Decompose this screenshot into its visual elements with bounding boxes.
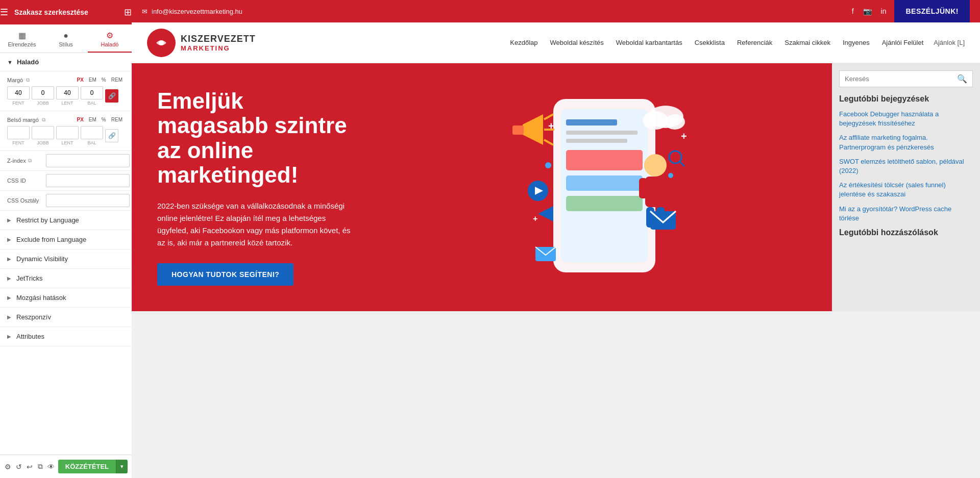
margin-link-icon[interactable]: 🔗 <box>105 89 118 103</box>
facebook-icon[interactable]: f <box>852 7 854 15</box>
search-icon[interactable]: 🔍 <box>957 74 967 84</box>
cssclass-label: CSS Osztály <box>7 197 43 204</box>
inner-margin-bal-input[interactable] <box>81 126 103 139</box>
hamburger-icon[interactable]: ☰ <box>0 7 8 18</box>
acc-arrow-restrict: ▶ <box>7 217 11 223</box>
accordion-mozgasi-hatasok[interactable]: ▶ Mozgási hatások <box>0 288 132 308</box>
halado-section-header[interactable]: ▼ Haladó <box>0 53 132 71</box>
accordion-reszponziv[interactable]: ▶ Reszponzív <box>0 308 132 327</box>
site-social-icons: f 📷 in <box>852 7 887 15</box>
inner-margin-lent-input[interactable] <box>56 126 79 139</box>
margin-fent-input[interactable] <box>7 86 30 99</box>
margin-jobb-input[interactable] <box>32 86 54 99</box>
acc-label-exclude: Exclude from Language <box>16 236 86 243</box>
inner-margin-fent-input[interactable] <box>7 126 30 139</box>
inner-margin-jobb-group: JOBB <box>32 126 54 145</box>
svg-rect-4 <box>566 119 617 125</box>
inner-unit-rem[interactable]: REM <box>109 116 125 123</box>
margin-bal-input[interactable] <box>81 86 103 99</box>
tab-halado[interactable]: ⚙ Haladó <box>88 24 132 53</box>
sidebar-post-3[interactable]: Az értékesítési tölcsér (sales funnel) j… <box>839 181 973 199</box>
unit-rem[interactable]: REM <box>109 77 125 83</box>
inner-margin-jobb-input[interactable] <box>32 126 54 139</box>
svg-point-15 <box>644 154 667 177</box>
svg-rect-16 <box>645 177 666 207</box>
acc-arrow-exclude: ▶ <box>7 237 11 242</box>
sidebar-post-0[interactable]: Facebook Debugger használata a bejegyzés… <box>839 110 973 128</box>
svg-rect-5 <box>566 131 638 135</box>
sidebar-post-2[interactable]: SWOT elemzés letölthető sablon, példával… <box>839 157 973 175</box>
nav-referenciak[interactable]: Referenciák <box>737 39 772 46</box>
margin-fent-label: FENT <box>12 100 24 106</box>
inner-margin-inputs: FENT JOBB LENT BAL 🔗 <box>7 126 125 145</box>
recent-comments-title: Legutóbbi hozzászólások <box>839 228 973 237</box>
publish-button[interactable]: KÖZZÉTÉTEL <box>58 460 116 473</box>
sidebar-post-4[interactable]: Mi az a gyorsítótár? WordPress cache tör… <box>839 205 973 223</box>
nav-szakmai-cikkek[interactable]: Szakmai cikkek <box>785 39 830 46</box>
ajanlok-link[interactable]: Ajánlok [L] <box>934 39 965 46</box>
bottom-icon-settings[interactable]: ⚙ <box>4 460 12 474</box>
publish-split-button[interactable]: ▾ <box>116 460 128 473</box>
margin-monitor-icon[interactable]: ⧉ <box>26 77 30 83</box>
nav-kezdolap[interactable]: Kezdőlap <box>510 39 537 46</box>
search-input[interactable] <box>845 75 954 83</box>
margin-unit-selector: PX EM % REM <box>75 77 125 83</box>
accordion-dynamic-visibility[interactable]: ▶ Dynamic Visibility <box>0 249 132 269</box>
nav-weboldal-karbantartas[interactable]: Weboldal karbantartás <box>616 39 682 46</box>
svg-rect-7 <box>566 150 643 170</box>
cssid-row: CSS ID ☰ <box>0 171 132 191</box>
tab-stilus[interactable]: ● Stílus <box>44 24 88 53</box>
logo-sub-text: MARKETING <box>181 44 256 52</box>
nav-weboldal-keszites[interactable]: Weboldal készítés <box>550 39 604 46</box>
hero-cta-button[interactable]: HOGYAN TUDTOK SEGÍTENI? <box>157 263 293 286</box>
svg-line-31 <box>680 162 684 166</box>
site-cta-button[interactable]: BESZÉLJÜNK! <box>894 0 970 22</box>
nav-ajanloi-felulet[interactable]: Ajánlói Felület <box>882 39 924 46</box>
inner-margin-fent-group: FENT <box>7 126 30 145</box>
unit-em[interactable]: EM <box>87 77 99 83</box>
bottom-bar: ⚙ ↺ ↩ ⧉ 👁 KÖZZÉTÉTEL ▾ <box>0 455 132 478</box>
tab-halado-label: Haladó <box>101 41 119 47</box>
svg-line-14 <box>544 140 553 145</box>
svg-rect-9 <box>566 196 643 211</box>
logo-icon <box>147 29 176 57</box>
cssid-input[interactable] <box>46 174 130 187</box>
nav-csekklista[interactable]: Csekklista <box>695 39 725 46</box>
tab-stilus-label: Stílus <box>59 41 73 47</box>
bottom-icon-history[interactable]: ↺ <box>15 460 22 474</box>
inner-margin-section: Belső margó ⧉ PX EM % REM FENT JOBB LENT <box>0 111 132 151</box>
tab-elrendezes[interactable]: ▦ Elrendezés <box>0 24 44 53</box>
svg-text:+: + <box>681 131 687 142</box>
settings-icon: ⚙ <box>106 31 113 40</box>
svg-line-12 <box>544 114 553 119</box>
margin-lent-label: LENT <box>61 100 73 106</box>
accordion-jettricks[interactable]: ▶ JetTricks <box>0 269 132 288</box>
acc-label-jettricks: JetTricks <box>16 274 43 282</box>
sidebar-post-1[interactable]: Az affiliate marketing fogalma. Partnerp… <box>839 133 973 152</box>
bottom-icon-duplicate[interactable]: ⧉ <box>36 460 44 474</box>
svg-rect-17 <box>639 178 647 198</box>
margin-lent-input[interactable] <box>56 86 79 99</box>
unit-px[interactable]: PX <box>75 77 86 83</box>
inner-margin-monitor-icon[interactable]: ⧉ <box>42 117 45 123</box>
cssclass-input[interactable] <box>46 194 130 207</box>
inner-unit-em[interactable]: EM <box>87 116 99 123</box>
grid-icon[interactable]: ⊞ <box>124 7 132 18</box>
inner-unit-px[interactable]: PX <box>75 116 86 123</box>
panel-title: Szakasz szerkesztése <box>14 8 120 16</box>
accordion-restrict-by-language[interactable]: ▶ Restrict by Language <box>0 211 132 230</box>
zindex-input[interactable] <box>46 154 130 167</box>
inner-margin-link-icon[interactable]: 🔗 <box>105 129 118 142</box>
instagram-icon[interactable]: 📷 <box>863 7 872 15</box>
nav-ingyenes[interactable]: Ingyenes <box>843 39 870 46</box>
bottom-icon-undo[interactable]: ↩ <box>26 460 33 474</box>
unit-percent[interactable]: % <box>100 77 108 83</box>
inner-margin-jobb-label: JOBB <box>37 140 49 145</box>
linkedin-icon[interactable]: in <box>881 7 887 15</box>
bottom-icon-visibility[interactable]: 👁 <box>47 460 55 474</box>
inner-unit-percent[interactable]: % <box>100 116 108 123</box>
accordion-attributes[interactable]: ▶ Attributes <box>0 327 132 346</box>
accordion-exclude-from-language[interactable]: ▶ Exclude from Language <box>0 230 132 249</box>
acc-arrow-dynamic: ▶ <box>7 256 11 262</box>
editor-tabs: ▦ Elrendezés ● Stílus ⚙ Haladó <box>0 24 132 53</box>
